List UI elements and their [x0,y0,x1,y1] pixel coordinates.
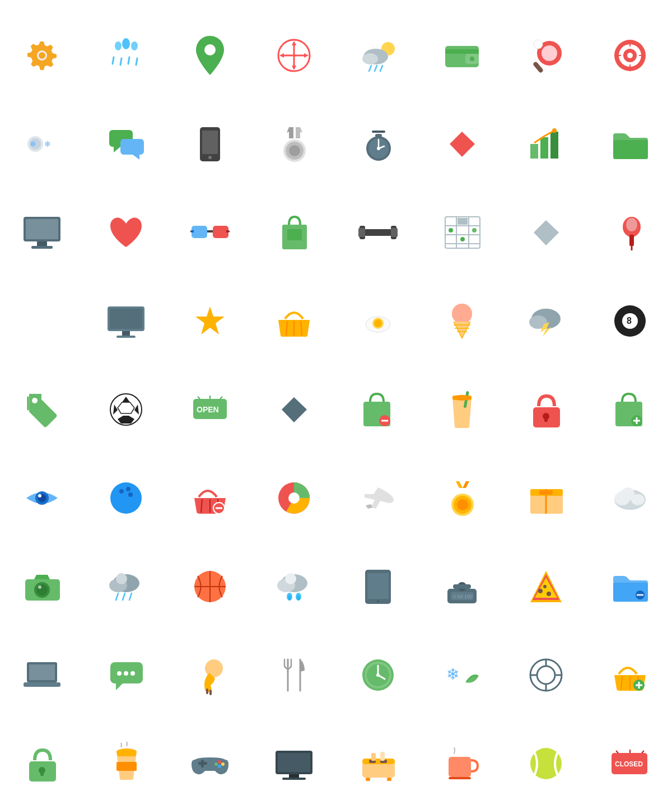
svg-point-224 [117,671,122,676]
billiard-8-icon: 8 [608,299,652,343]
pizza-icon [524,564,568,609]
svg-rect-75 [213,226,228,238]
svg-point-30 [534,40,543,49]
svg-text:❄: ❄ [44,139,51,148]
icon-cell-ice-cream [420,277,504,365]
svg-rect-179 [539,490,553,495]
wallet-icon [440,33,484,78]
icon-cell-pizza [504,542,588,631]
svg-point-187 [38,585,41,589]
svg-marker-117 [454,322,470,338]
svg-rect-78 [226,230,228,232]
svg-point-226 [130,671,135,676]
location-pin-icon [188,33,232,78]
svg-rect-94 [458,218,468,225]
rain-drops-icon [104,33,148,78]
svg-point-200 [288,595,291,601]
laptop-icon [20,653,64,697]
svg-point-201 [297,595,300,601]
snowflake-icon: ❄ ❄ [20,122,64,166]
icon-cell-rain-drops [84,11,168,100]
icon-cell-gear [0,11,84,100]
svg-rect-276 [366,778,370,781]
svg-point-95 [449,228,453,232]
svg-marker-107 [195,306,225,334]
svg-line-22 [380,66,382,71]
basket-minus-icon [188,476,232,520]
svg-rect-151 [544,416,548,422]
icon-cell-diamond-dark [252,365,336,454]
svg-text:0  50  100: 0 50 100 [453,594,473,599]
svg-rect-258 [116,762,137,771]
svg-line-192 [123,593,125,600]
svg-point-214 [547,592,551,596]
icon-cell-soccer-ball [84,365,168,454]
svg-rect-271 [362,759,395,764]
svg-point-264 [214,762,218,766]
spreadsheet-icon [440,210,484,255]
svg-rect-274 [371,753,376,761]
airplane-icon [356,476,400,520]
icon-cell-mobile-phone [168,100,252,188]
svg-point-129 [32,398,38,403]
icon-cell-rain-cloud2 [84,542,168,631]
svg-rect-71 [26,219,58,239]
icon-cell-gold-medal [420,454,504,542]
icon-cell-wallet [420,11,504,100]
svg-line-139 [198,397,200,399]
fried-egg-icon [356,299,400,343]
closed-sign-icon: CLOSED [608,741,652,786]
svg-rect-269 [282,778,306,780]
icon-cell-closed-sign: CLOSED [588,719,672,800]
ping-pong-icon [524,33,568,78]
svg-rect-66 [540,137,548,159]
svg-text:8: 8 [627,316,632,325]
icon-cell-coffee-cup [84,719,168,800]
svg-line-191 [116,593,118,600]
svg-rect-73 [31,246,53,249]
svg-rect-67 [550,132,558,159]
svg-rect-24 [445,49,479,54]
icon-cell-location-pin [168,11,252,100]
icon-cell-cloud-gray [588,454,672,542]
icon-cell-lock-red [504,365,588,454]
icon-cell-star [168,277,252,365]
icon-cell-gamepad [168,719,252,800]
icon-cell-stopwatch [336,100,420,188]
svg-rect-257 [40,770,44,776]
svg-point-114 [374,319,382,327]
svg-point-28 [542,45,557,61]
heart-icon [104,210,148,255]
tv-screen-icon [104,299,148,343]
medal-icon [272,122,316,166]
svg-point-19 [362,53,378,64]
tv-flat-icon [272,741,316,786]
svg-rect-84 [364,229,392,236]
icon-cell-folder-minus [588,542,672,631]
stopwatch-icon [356,122,400,166]
dumbbell-icon [356,210,400,255]
tennis-ball-icon [524,741,568,786]
svg-point-68 [552,128,557,133]
svg-marker-46 [133,155,139,160]
star-icon [188,299,232,343]
svg-point-96 [460,237,465,241]
moon-icon [20,299,64,343]
icon-cell-tv-screen [84,277,168,365]
icon-cell-laptop [0,631,84,719]
icon-cell-bar-chart [504,100,588,188]
icon-cell-fork-knife [252,631,336,719]
svg-point-262 [218,760,221,764]
chat-dots-icon [104,653,148,697]
svg-marker-16 [304,53,309,58]
icon-cell-moon [0,277,84,365]
coffee-cup-icon [104,741,148,786]
icon-cell-clock [336,631,420,719]
svg-marker-142 [282,397,307,422]
icon-cell-scale: 0 50 100 [420,542,504,631]
svg-rect-74 [192,226,207,238]
svg-rect-59 [375,134,382,137]
soccer-ball-icon [104,387,148,432]
pin-icon [608,210,652,255]
crosshair-icon [524,653,568,697]
